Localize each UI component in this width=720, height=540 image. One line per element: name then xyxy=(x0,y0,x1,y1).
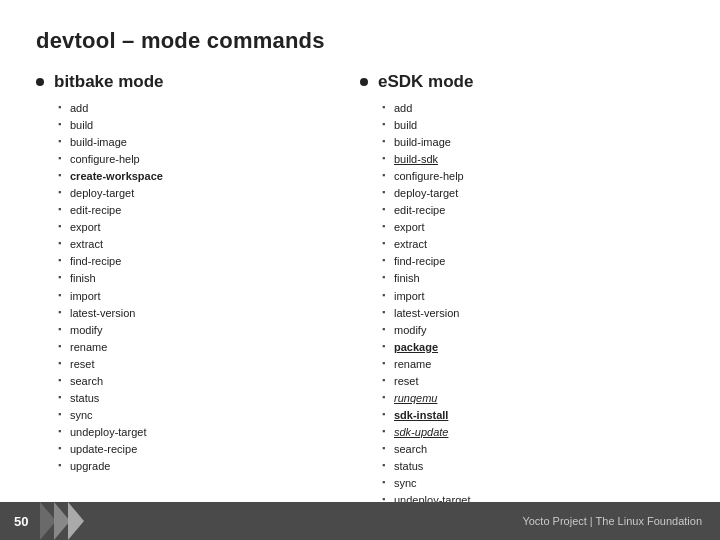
list-item: finish xyxy=(58,270,340,287)
slide: devtool – mode commands bitbake mode add… xyxy=(0,0,720,540)
list-item: add xyxy=(58,100,340,117)
esdk-list: add build build-image build-sdk configur… xyxy=(360,100,664,540)
bitbake-header: bitbake mode xyxy=(36,72,340,92)
list-item: find-recipe xyxy=(58,253,340,270)
list-item: search xyxy=(382,441,664,458)
list-item: sdk-update xyxy=(382,424,664,441)
list-item: deploy-target xyxy=(382,185,664,202)
esdk-bullet xyxy=(360,78,368,86)
list-item: reset xyxy=(382,373,664,390)
list-item: import xyxy=(382,288,664,305)
list-item: rename xyxy=(382,356,664,373)
list-item: runqemu xyxy=(382,390,664,407)
list-item: extract xyxy=(382,236,664,253)
footer-right-text: Yocto Project | The Linux Foundation xyxy=(522,515,702,527)
footer: 50 Yocto Project | The Linux Foundation xyxy=(0,502,720,540)
esdk-title: eSDK mode xyxy=(378,72,473,92)
triangle-3 xyxy=(68,502,84,540)
list-item: find-recipe xyxy=(382,253,664,270)
list-item: sync xyxy=(58,407,340,424)
list-item: add xyxy=(382,100,664,117)
list-item: edit-recipe xyxy=(58,202,340,219)
list-item: sync xyxy=(382,475,664,492)
list-item: export xyxy=(58,219,340,236)
list-item: build-image xyxy=(58,134,340,151)
list-item: upgrade xyxy=(58,458,340,475)
list-item: build xyxy=(382,117,664,134)
list-item: export xyxy=(382,219,664,236)
list-item: build-sdk xyxy=(382,151,664,168)
list-item: deploy-target xyxy=(58,185,340,202)
list-item: build xyxy=(58,117,340,134)
bitbake-title: bitbake mode xyxy=(54,72,164,92)
list-item: configure-help xyxy=(58,151,340,168)
footer-left: 50 xyxy=(14,502,84,540)
list-item: modify xyxy=(58,322,340,339)
list-item: edit-recipe xyxy=(382,202,664,219)
list-item: finish xyxy=(382,270,664,287)
list-item: status xyxy=(58,390,340,407)
list-item: build-image xyxy=(382,134,664,151)
list-item: rename xyxy=(58,339,340,356)
list-item: reset xyxy=(58,356,340,373)
content-area: bitbake mode add build build-image confi… xyxy=(36,72,684,540)
list-item: search xyxy=(58,373,340,390)
bitbake-list: add build build-image configure-help cre… xyxy=(36,100,340,475)
esdk-column: eSDK mode add build build-image build-sd… xyxy=(360,72,684,540)
slide-title: devtool – mode commands xyxy=(36,28,684,54)
page-number: 50 xyxy=(14,514,28,529)
bitbake-column: bitbake mode add build build-image confi… xyxy=(36,72,360,540)
list-item: status xyxy=(382,458,664,475)
list-item: latest-version xyxy=(382,305,664,322)
list-item: create-workspace xyxy=(58,168,340,185)
list-item: sdk-install xyxy=(382,407,664,424)
list-item: extract xyxy=(58,236,340,253)
esdk-header: eSDK mode xyxy=(360,72,664,92)
list-item: import xyxy=(58,288,340,305)
footer-triangles xyxy=(40,502,84,540)
list-item: undeploy-target xyxy=(58,424,340,441)
bitbake-bullet xyxy=(36,78,44,86)
list-item: modify xyxy=(382,322,664,339)
list-item: latest-version xyxy=(58,305,340,322)
list-item: update-recipe xyxy=(58,441,340,458)
list-item: package xyxy=(382,339,664,356)
list-item: configure-help xyxy=(382,168,664,185)
